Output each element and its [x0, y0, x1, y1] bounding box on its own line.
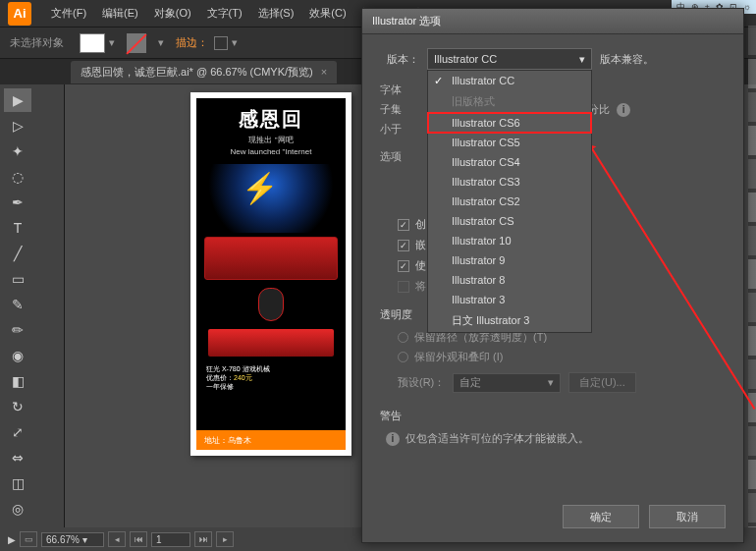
free-transform-tool[interactable]: ◫ [4, 471, 31, 495]
direct-selection-tool[interactable]: ▷ [4, 114, 31, 138]
less-than-label: 小于 [380, 119, 402, 138]
pencil-tool[interactable]: ✏ [4, 318, 31, 342]
no-selection-label: 未选择对象 [10, 35, 64, 50]
artboard: 感恩回 现推出 "网吧 New launched "Internet 狂光 X-… [190, 92, 351, 456]
version-label: 版本： [380, 52, 419, 67]
poster-subtitle-1: 现推出 "网吧 [200, 135, 342, 145]
stroke-weight-input[interactable] [214, 36, 228, 50]
next-artboard-button[interactable]: ▸ [216, 531, 234, 547]
options-label: 选项 [380, 146, 402, 166]
radio-icon [398, 352, 408, 362]
compat-text: 版本兼容。 [600, 52, 654, 67]
selection-tool-status-icon: ▶ [8, 534, 16, 545]
menu-type[interactable]: 文字(T) [199, 2, 250, 25]
poster-artwork: 感恩回 现推出 "网吧 New launched "Internet 狂光 X-… [196, 98, 346, 450]
poster-lightning-graphic [196, 164, 346, 233]
radio-preserve-appearance: 保留外观和叠印 (I) [398, 350, 726, 364]
menu-file[interactable]: 文件(F) [43, 2, 94, 25]
shape-builder-tool[interactable]: ◎ [4, 497, 31, 521]
version-option-legacy-header: 旧版格式 [428, 90, 591, 113]
warning-header: 警告 [380, 409, 726, 423]
poster-title: 感恩回 [200, 106, 342, 133]
poster-keyboard2-image [208, 329, 334, 357]
checkbox-icon [398, 240, 409, 251]
type-tool[interactable]: T [4, 216, 31, 240]
document-tab[interactable]: 感恩回馈，诚意巨献.ai* @ 66.67% (CMYK/预览) × [71, 61, 337, 83]
poster-keyboard-image [204, 237, 338, 280]
cancel-button[interactable]: 取消 [649, 505, 726, 528]
menu-object[interactable]: 对象(O) [146, 2, 199, 25]
status-btn[interactable]: ▭ [20, 531, 37, 547]
version-option-10[interactable]: Illustrator 10 [428, 231, 591, 250]
version-option-cs4[interactable]: Illustrator CS4 [428, 152, 591, 172]
scale-tool[interactable]: ⤢ [4, 420, 31, 444]
version-dropdown-list: Illustrator CC 旧版格式 Illustrator CS6 Illu… [427, 70, 592, 333]
checkbox-icon [398, 260, 409, 272]
eraser-tool[interactable]: ◧ [4, 369, 31, 393]
stroke-none-icon[interactable] [127, 33, 146, 53]
blob-brush-tool[interactable]: ◉ [4, 344, 31, 367]
fill-dropdown-icon[interactable]: ▾ [109, 36, 115, 49]
version-option-jp3[interactable]: 日文 Illustrator 3 [428, 309, 591, 332]
version-option-cs2[interactable]: Illustrator CS2 [428, 192, 591, 211]
poster-mouse-image [204, 286, 338, 323]
version-option-cs3[interactable]: Illustrator CS3 [428, 172, 591, 192]
poster-spec-text: 狂光 X-780 游戏机械 优惠价：240元 一年保修 [196, 360, 346, 395]
preset-row: 预设(R)： 自定▾ 自定(U)... [398, 372, 726, 393]
stroke-label: 描边： [176, 35, 208, 50]
radio-icon [398, 332, 408, 343]
prev-artboard-button[interactable]: ◂ [108, 531, 126, 547]
version-option-cs5[interactable]: Illustrator CS5 [428, 133, 591, 152]
selection-tool[interactable]: ▶ [4, 88, 31, 112]
illustrator-options-dialog: Illustrator 选项 版本： Illustrator CC▾ 版本兼容。… [361, 8, 744, 543]
width-tool[interactable]: ⇔ [4, 446, 31, 469]
rectangle-tool[interactable]: ▭ [4, 267, 31, 291]
font-label: 字体 [380, 80, 402, 99]
dialog-title: Illustrator 选项 [362, 9, 743, 34]
menu-edit[interactable]: 编辑(E) [94, 2, 146, 25]
magic-wand-tool[interactable]: ✦ [4, 139, 31, 163]
version-select[interactable]: Illustrator CC▾ [427, 48, 592, 70]
version-option-9[interactable]: Illustrator 9 [428, 250, 591, 270]
stroke-dropdown-icon[interactable]: ▾ [158, 36, 164, 49]
menu-select[interactable]: 选择(S) [250, 2, 302, 25]
close-tab-icon[interactable]: × [321, 66, 327, 78]
warning-message: i 仅包含适当许可位的字体才能被嵌入。 [386, 431, 726, 446]
checkbox-icon [398, 219, 409, 231]
line-tool[interactable]: ╱ [4, 242, 31, 265]
ok-button[interactable]: 确定 [563, 505, 639, 528]
preset-select: 自定▾ [453, 373, 561, 393]
app-logo: Ai [8, 2, 31, 26]
menu-effect[interactable]: 效果(C) [301, 2, 353, 25]
version-option-cs[interactable]: Illustrator CS [428, 211, 591, 231]
zoom-select[interactable]: 66.67% ▾ [41, 532, 104, 547]
info-icon: i [386, 432, 400, 446]
preset-custom-button: 自定(U)... [568, 372, 635, 393]
lasso-tool[interactable]: ◌ [4, 165, 31, 189]
right-panel-edge [748, 26, 756, 527]
version-option-cc[interactable]: Illustrator CC [428, 71, 591, 90]
document-tab-title: 感恩回馈，诚意巨献.ai* @ 66.67% (CMYK/预览) [81, 65, 313, 80]
version-option-cs6[interactable]: Illustrator CS6 [428, 113, 591, 133]
checkbox-icon [398, 281, 409, 293]
poster-footer: 地址：乌鲁木 [196, 430, 346, 450]
toolbox: ▶ ▷ ✦ ◌ ✒ T ╱ ▭ ✎ ✏ ◉ ◧ ↻ ⤢ ⇔ ◫ ◎ ▦ ▤ ▥ … [0, 84, 65, 527]
last-artboard-button[interactable]: ⏭ [194, 531, 212, 547]
info-icon[interactable]: i [617, 103, 630, 117]
fill-swatch[interactable] [80, 33, 105, 53]
paintbrush-tool[interactable]: ✎ [4, 293, 31, 316]
poster-subtitle-2: New launched "Internet [200, 147, 342, 156]
version-option-3[interactable]: Illustrator 3 [428, 290, 591, 309]
pen-tool[interactable]: ✒ [4, 191, 31, 214]
chevron-down-icon: ▾ [548, 376, 554, 389]
artboard-nav-input[interactable]: 1 [151, 532, 190, 547]
chevron-down-icon: ▾ [579, 53, 585, 66]
first-artboard-button[interactable]: ⏮ [130, 531, 147, 547]
version-option-8[interactable]: Illustrator 8 [428, 270, 591, 290]
rotate-tool[interactable]: ↻ [4, 395, 31, 418]
